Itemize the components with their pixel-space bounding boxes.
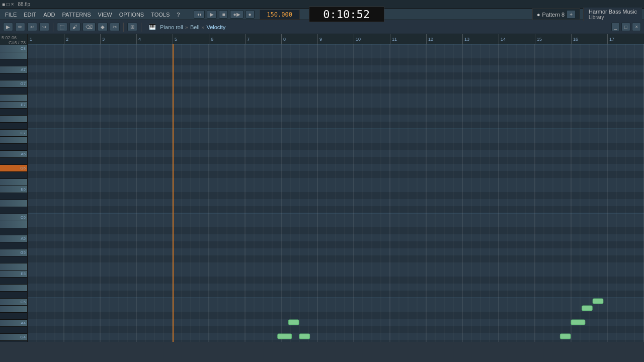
- ruler-bar-15: 15: [535, 34, 542, 44]
- ruler-bar-6: 6: [209, 34, 213, 44]
- piano-roll-main: 5:02:06 C#6 / 73 C8A7G7E7C7A6G6E6C6A5G5E…: [0, 34, 644, 342]
- ruler-bar-5: 5: [173, 34, 177, 44]
- pattern-section: ● Pattern 8 +: [532, 9, 580, 20]
- play-btn[interactable]: ▶: [3, 23, 13, 31]
- transport-record-play[interactable]: ●▶: [230, 10, 243, 19]
- ruler-bar-2: 2: [64, 34, 68, 44]
- menu-options[interactable]: OPTIONS: [116, 11, 147, 19]
- ruler-bar-17: 17: [607, 34, 614, 44]
- erase-tool[interactable]: ⌫: [83, 23, 96, 31]
- brush-tool[interactable]: 🖌: [69, 23, 80, 31]
- ruler-bar-12: 12: [426, 34, 433, 44]
- ruler-bar-16: 16: [571, 34, 578, 44]
- keys-container: C8A7G7E7C7A6G6E6C6A5G5E5C5A4G4E4C4A3G3E3…: [0, 45, 27, 342]
- ruler-bar-1: 1: [28, 34, 32, 44]
- minimize-btn[interactable]: _: [611, 23, 620, 31]
- ruler-bar-3: 3: [100, 34, 105, 44]
- undo-btn[interactable]: ↩: [27, 23, 37, 31]
- piano-roll-icon: 🎹: [149, 24, 156, 30]
- grid-canvas[interactable]: [28, 44, 644, 342]
- time-display: 0:10:52: [309, 7, 384, 22]
- sep1: [53, 23, 53, 32]
- piano-roll-toolbar: ▶ ✏ ↩ ↪ ⬚ 🖌 ⌫ ◆ ✂ ⊞ 🎹 Piano roll » Bell …: [0, 20, 644, 34]
- select-tool[interactable]: ⬚: [57, 23, 67, 31]
- pattern-add[interactable]: +: [567, 10, 576, 19]
- transport-back[interactable]: ⏮: [194, 10, 205, 19]
- fill-tool[interactable]: ◆: [98, 23, 108, 31]
- bpm-display[interactable]: 150.000: [260, 10, 300, 20]
- window-controls[interactable]: ■ □ ×: [2, 2, 14, 7]
- menu-tools[interactable]: TOOLS: [148, 11, 173, 19]
- breadcrumb-velocity[interactable]: Velocity: [206, 24, 225, 30]
- slice-tool[interactable]: ✂: [110, 23, 120, 31]
- ruler-bar-10: 10: [354, 34, 361, 44]
- menu-view[interactable]: VIEW: [95, 11, 115, 19]
- sep3: [141, 23, 141, 32]
- transport-play[interactable]: ▶: [207, 10, 217, 19]
- transport-record[interactable]: ●: [246, 10, 255, 19]
- ruler-bar-9: 9: [317, 34, 322, 44]
- ruler-bar-8: 8: [281, 34, 286, 44]
- menu-edit[interactable]: EDIT: [21, 11, 39, 19]
- menu-file[interactable]: FILE: [2, 11, 20, 19]
- window-title: 88.flp: [18, 2, 30, 7]
- ruler-bar-11: 11: [390, 34, 397, 44]
- pencil-tool[interactable]: ✏: [15, 23, 25, 31]
- pattern-name: Pattern 8: [542, 12, 565, 18]
- redo-btn[interactable]: ↪: [39, 23, 49, 31]
- plugin-name: Harmor Bass Music: [589, 9, 637, 15]
- close-btn[interactable]: ×: [632, 23, 641, 31]
- status-display: 5:02:06 C#6 / 73: [0, 34, 27, 44]
- playhead: [173, 44, 174, 342]
- ruler-bar-14: 14: [499, 34, 506, 44]
- menu-patterns[interactable]: PATTERNS: [59, 11, 94, 19]
- breadcrumb: 🎹 Piano roll » Bell » Velocity: [149, 24, 225, 30]
- bc-sep2: »: [201, 24, 204, 30]
- menu-bar: FILE EDIT ADD PATTERNS VIEW OPTIONS TOOL…: [0, 9, 644, 20]
- breadcrumb-pianoroll[interactable]: Piano roll: [160, 24, 183, 30]
- pattern-label: ●: [537, 12, 540, 18]
- transport-stop[interactable]: ■: [219, 10, 228, 19]
- menu-help[interactable]: ?: [174, 11, 183, 19]
- ruler-bar-4: 4: [136, 34, 141, 44]
- maximize-btn[interactable]: □: [621, 23, 630, 31]
- breadcrumb-bell[interactable]: Bell: [190, 24, 199, 30]
- ruler: 1234567891011121314151617: [28, 34, 644, 44]
- menu-add[interactable]: ADD: [40, 11, 58, 19]
- ruler-bar-7: 7: [245, 34, 250, 44]
- grid-area[interactable]: 🖊: [28, 44, 644, 342]
- library-section: Harmor Bass Music Library: [583, 8, 642, 21]
- plugin-preset: Library: [589, 15, 637, 20]
- zoom-btn[interactable]: ⊞: [127, 23, 137, 31]
- bc-sep1: »: [185, 24, 188, 30]
- ruler-bar-13: 13: [462, 34, 469, 44]
- piano-keyboard[interactable]: 5:02:06 C#6 / 73 C8A7G7E7C7A6G6E6C6A5G5E…: [0, 34, 28, 342]
- sep2: [123, 23, 124, 32]
- piano-roll-area: 5:02:06 C#6 / 73 C8A7G7E7C7A6G6E6C6A5G5E…: [0, 34, 644, 342]
